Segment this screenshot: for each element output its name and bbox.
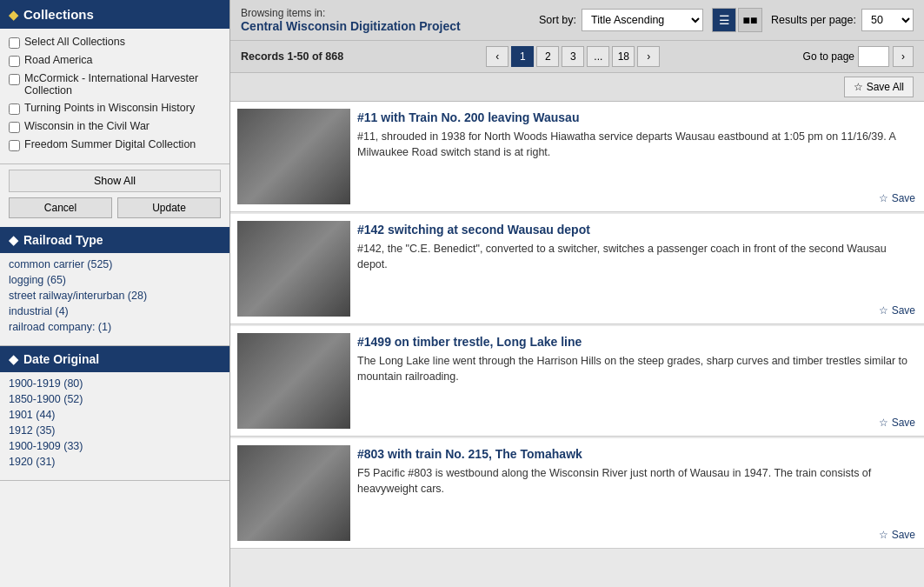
goto-page-input[interactable] <box>858 46 889 67</box>
result-thumbnail <box>237 333 350 429</box>
star-icon: ☆ <box>854 81 863 93</box>
sort-label: Sort by: <box>539 14 576 26</box>
results-per-page: Results per page: 102550100 <box>771 9 914 31</box>
railroad-facet[interactable]: street railway/interurban (28) <box>9 290 221 302</box>
page-1-button[interactable]: 1 <box>511 46 534 67</box>
sort-select[interactable]: Title AscendingTitle DescendingDate Asce… <box>582 9 703 31</box>
railroad-facet[interactable]: industrial (4) <box>9 305 221 317</box>
diamond-icon-3: ◆ <box>9 352 18 366</box>
collection-item-turning-points[interactable]: Turning Points in Wisconsin History <box>9 102 221 115</box>
main-content: Browsing items in: Central Wisconsin Dig… <box>230 0 924 587</box>
page-2-button[interactable]: 2 <box>536 46 559 67</box>
result-description: F5 Pacific #803 is westbound along the W… <box>357 466 915 497</box>
main-header: Browsing items in: Central Wisconsin Dig… <box>230 0 924 41</box>
page-next-button[interactable]: › <box>637 46 660 67</box>
goto-page: Go to page › <box>803 46 914 67</box>
railroad-facets: common carrier (525)logging (65)street r… <box>0 253 229 346</box>
collection-checkbox-civil-war[interactable] <box>9 122 20 133</box>
collection-checkbox-turning-points[interactable] <box>9 103 20 115</box>
sidebar: ◆ Collections Select All CollectionsRoad… <box>0 0 230 587</box>
result-title[interactable]: #142 switching at second Wausau depot <box>357 223 915 237</box>
collection-item-select-all[interactable]: Select All Collections <box>9 36 221 49</box>
thumbnail-image <box>237 221 350 317</box>
collection-item-freedom-summer[interactable]: Freedom Summer Digital Collection <box>9 138 221 151</box>
records-info: Records 1-50 of 868 <box>241 50 343 63</box>
sort-area: Sort by: Title AscendingTitle Descending… <box>539 9 703 31</box>
collection-item-civil-war[interactable]: Wisconsin in the Civil War <box>9 120 221 133</box>
date-original-header: ◆ Date Original <box>0 346 229 372</box>
results-list: #11 with Train No. 200 leaving Wausau#11… <box>230 102 924 587</box>
collection-item-mccormick[interactable]: McCormick - International Harvester Coll… <box>9 72 221 97</box>
goto-label: Go to page <box>803 50 854 63</box>
result-thumbnail <box>237 109 350 204</box>
date-facets: 1900-1919 (80)1850-1900 (52)1901 (44)191… <box>0 372 229 481</box>
thumbnail-image <box>237 109 350 204</box>
result-thumbnail <box>237 445 350 541</box>
date-facet[interactable]: 1920 (31) <box>9 456 221 468</box>
pagination-controls: ‹ 1 2 3 ... 18 › <box>486 46 660 67</box>
result-title[interactable]: #803 with train No. 215, The Tomahawk <box>357 447 915 461</box>
railroad-facet[interactable]: railroad company: (1) <box>9 321 221 333</box>
result-description: #142, the "C.E. Benedict", converted to … <box>357 242 915 272</box>
date-facet[interactable]: 1850-1900 (52) <box>9 393 221 405</box>
railroad-facet[interactable]: common carrier (525) <box>9 258 221 270</box>
show-all-button[interactable]: Show All <box>9 170 221 192</box>
diamond-icon: ◆ <box>9 8 18 22</box>
date-facet[interactable]: 1900-1909 (33) <box>9 440 221 452</box>
grid-view-button[interactable]: ■■ <box>738 8 762 32</box>
result-title[interactable]: #1499 on timber trestle, Long Lake line <box>357 335 915 349</box>
result-item: #142 switching at second Wausau depot#14… <box>230 214 924 324</box>
result-save-button[interactable]: ☆ Save <box>879 304 915 317</box>
view-buttons: ☰ ■■ <box>712 8 762 32</box>
result-save-button[interactable]: ☆ Save <box>879 417 915 429</box>
collection-checkbox-mccormick[interactable] <box>9 74 20 85</box>
date-facet[interactable]: 1912 (35) <box>9 424 221 437</box>
result-item: #803 with train No. 215, The TomahawkF5 … <box>230 438 924 549</box>
collections-list: Select All CollectionsRoad AmericaMcCorm… <box>0 29 229 164</box>
collection-item-road-america[interactable]: Road America <box>9 54 221 67</box>
collection-checkbox-freedom-summer[interactable] <box>9 140 20 151</box>
result-save-button[interactable]: ☆ Save <box>879 529 915 541</box>
list-view-button[interactable]: ☰ <box>712 8 736 32</box>
railroad-type-header: ◆ Railroad Type <box>0 227 229 253</box>
update-button[interactable]: Update <box>117 197 221 218</box>
browsing-label: Browsing items in: <box>241 7 530 19</box>
browsing-info: Browsing items in: Central Wisconsin Dig… <box>241 7 530 33</box>
page-prev-button[interactable]: ‹ <box>486 46 509 67</box>
collection-checkbox-select-all[interactable] <box>9 37 20 49</box>
results-per-page-label: Results per page: <box>771 14 856 26</box>
cancel-button[interactable]: Cancel <box>9 197 112 218</box>
goto-page-button[interactable]: › <box>893 46 914 67</box>
project-name: Central Wisconsin Digitization Project <box>241 19 530 33</box>
diamond-icon-2: ◆ <box>9 233 18 247</box>
thumbnail-image <box>237 445 350 541</box>
result-item: #1499 on timber trestle, Long Lake lineT… <box>230 326 924 437</box>
pagination-bar: Records 1-50 of 868 ‹ 1 2 3 ... 18 › Go … <box>230 41 924 73</box>
result-description: #11, shrouded in 1938 for North Woods Hi… <box>357 130 915 160</box>
result-title[interactable]: #11 with Train No. 200 leaving Wausau <box>357 110 915 124</box>
result-item: #11 with Train No. 200 leaving Wausau#11… <box>230 102 924 212</box>
page-3-button[interactable]: 3 <box>562 46 584 67</box>
result-description: The Long Lake line went through the Harr… <box>357 354 915 384</box>
page-18-button[interactable]: 18 <box>612 46 635 67</box>
save-all-row: ☆ Save All <box>230 73 924 102</box>
page-ellipsis: ... <box>587 46 609 67</box>
result-save-button[interactable]: ☆ Save <box>879 192 915 204</box>
collection-checkbox-road-america[interactable] <box>9 56 20 67</box>
cancel-update-row: Cancel Update <box>9 197 221 218</box>
thumbnail-image <box>237 333 350 429</box>
collections-header: ◆ Collections <box>0 0 229 29</box>
date-facet[interactable]: 1900-1919 (80) <box>9 377 221 390</box>
results-per-page-select[interactable]: 102550100 <box>861 9 914 31</box>
railroad-facet[interactable]: logging (65) <box>9 274 221 286</box>
save-all-button[interactable]: ☆ Save All <box>844 77 914 97</box>
result-thumbnail <box>237 221 350 317</box>
date-facet[interactable]: 1901 (44) <box>9 409 221 421</box>
